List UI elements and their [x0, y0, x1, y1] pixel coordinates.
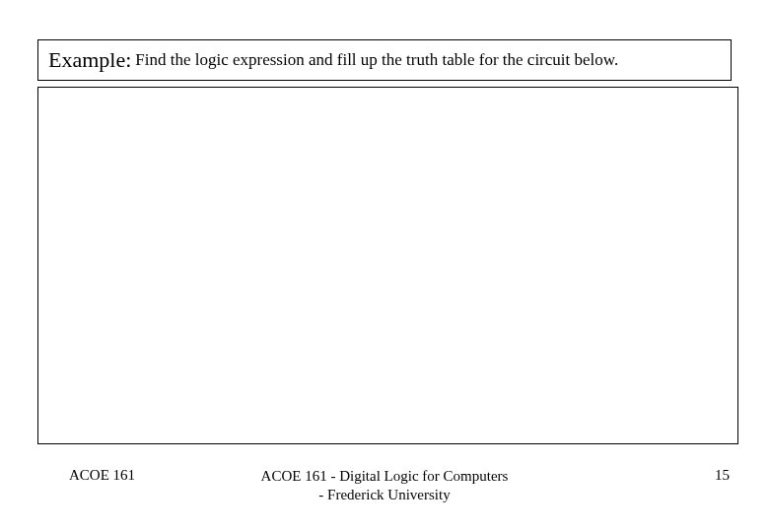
- footer-center: ACOE 161 - Digital Logic for Computers -…: [261, 467, 509, 504]
- footer-page-number: 15: [715, 467, 730, 484]
- title-box: Example: Find the logic expression and f…: [37, 39, 732, 81]
- title-prefix: Example:: [48, 47, 131, 73]
- footer-left: ACOE 161: [69, 467, 135, 484]
- title-rest: Find the logic expression and fill up th…: [135, 50, 618, 70]
- content-box: [37, 87, 738, 444]
- footer-center-line1: ACOE 161 - Digital Logic for Computers: [261, 467, 509, 486]
- footer-center-line2: - Frederick University: [261, 486, 509, 504]
- footer: ACOE 161 ACOE 161 - Digital Logic for Co…: [0, 465, 769, 504]
